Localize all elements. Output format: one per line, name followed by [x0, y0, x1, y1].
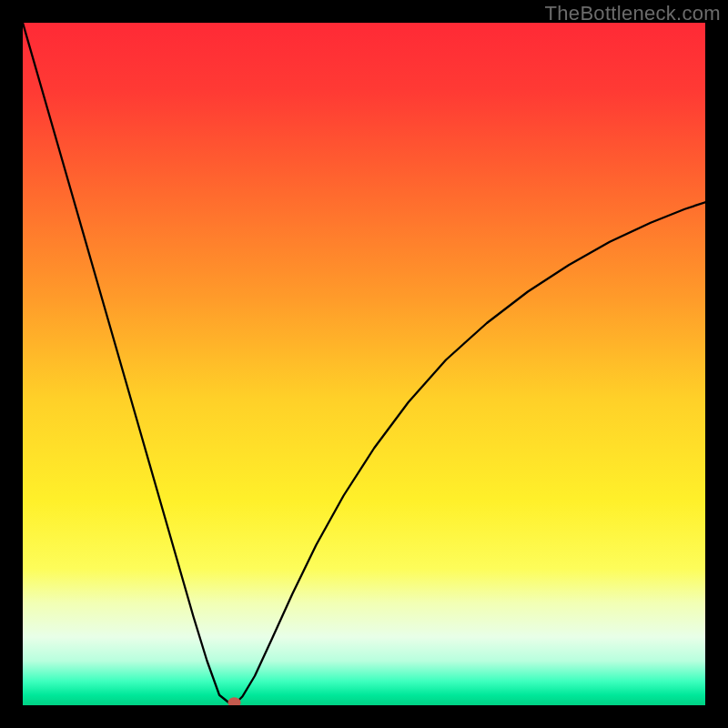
watermark-label: TheBottleneck.com — [545, 2, 721, 25]
bottleneck-chart — [23, 23, 705, 705]
chart-frame: TheBottleneck.com — [0, 0, 728, 728]
chart-background — [23, 23, 705, 705]
